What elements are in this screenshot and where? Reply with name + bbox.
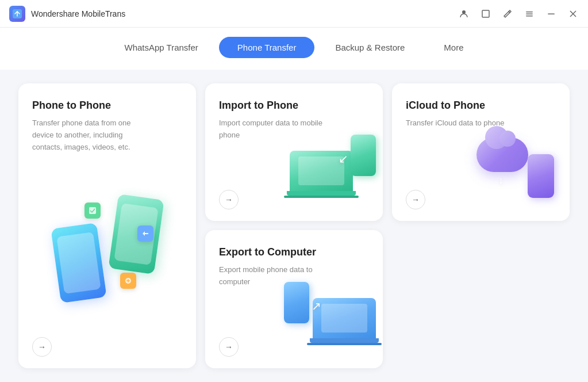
card-import-to-phone[interactable]: Import to Phone Import computer data to …	[205, 83, 383, 221]
card-icloud-to-phone-arrow[interactable]: →	[406, 190, 425, 209]
svg-rect-9	[89, 207, 96, 214]
close-button[interactable]	[567, 8, 579, 20]
svg-point-1	[462, 10, 466, 14]
title-bar-left: Wondershare MobileTrans	[9, 6, 125, 22]
tab-whatsapp-transfer[interactable]: WhatsApp Transfer	[106, 37, 216, 58]
card-icloud-to-phone-desc: Transfer iCloud data to phone	[406, 117, 521, 129]
card-export-to-computer[interactable]: Export to Computer Export mobile phone d…	[205, 230, 383, 368]
svg-rect-2	[482, 10, 489, 17]
card-import-to-phone-arrow[interactable]: →	[219, 190, 239, 209]
app-title: Wondershare MobileTrans	[31, 9, 125, 18]
svg-rect-5	[526, 16, 533, 17]
card-export-to-computer-title: Export to Computer	[219, 246, 369, 258]
title-bar: Wondershare MobileTrans	[0, 0, 588, 28]
card-phone-to-phone[interactable]: Phone to Phone Transfer phone data from …	[18, 83, 196, 368]
edit-button[interactable]	[502, 8, 513, 20]
menu-button[interactable]	[524, 8, 535, 20]
icloud-to-phone-illustration: ↓	[471, 135, 563, 198]
floating-icon-blue	[137, 226, 153, 242]
title-bar-controls	[458, 8, 579, 20]
tab-more[interactable]: More	[425, 37, 482, 58]
main-content: Phone to Phone Transfer phone data from …	[0, 70, 588, 382]
nav-bar: WhatsApp Transfer Phone Transfer Backup …	[0, 28, 588, 70]
import-to-phone-illustration: ↙	[290, 135, 376, 198]
user-button[interactable]	[458, 8, 470, 20]
card-icloud-to-phone[interactable]: iCloud to Phone Transfer iCloud data to …	[392, 83, 570, 221]
card-export-to-computer-arrow[interactable]: →	[219, 337, 239, 357]
window-button[interactable]	[480, 8, 491, 20]
app-icon	[9, 6, 25, 22]
card-phone-to-phone-arrow[interactable]: →	[32, 337, 52, 357]
export-to-computer-illustration: ↗	[284, 282, 376, 345]
card-phone-to-phone-desc: Transfer phone data from one device to a…	[32, 117, 147, 153]
minimize-button[interactable]	[545, 8, 557, 20]
cards-grid: Phone to Phone Transfer phone data from …	[18, 83, 570, 368]
tab-backup-restore[interactable]: Backup & Restore	[317, 37, 423, 58]
card-import-to-phone-title: Import to Phone	[219, 100, 369, 112]
card-icloud-to-phone-title: iCloud to Phone	[406, 100, 556, 112]
svg-rect-6	[548, 13, 555, 14]
card-phone-to-phone-title: Phone to Phone	[32, 100, 182, 112]
svg-rect-4	[526, 13, 533, 14]
svg-rect-3	[526, 12, 533, 13]
floating-icon-orange	[120, 273, 136, 289]
phone-to-phone-illustration	[32, 160, 182, 337]
tab-phone-transfer[interactable]: Phone Transfer	[219, 37, 315, 58]
floating-icon-green	[84, 203, 101, 219]
